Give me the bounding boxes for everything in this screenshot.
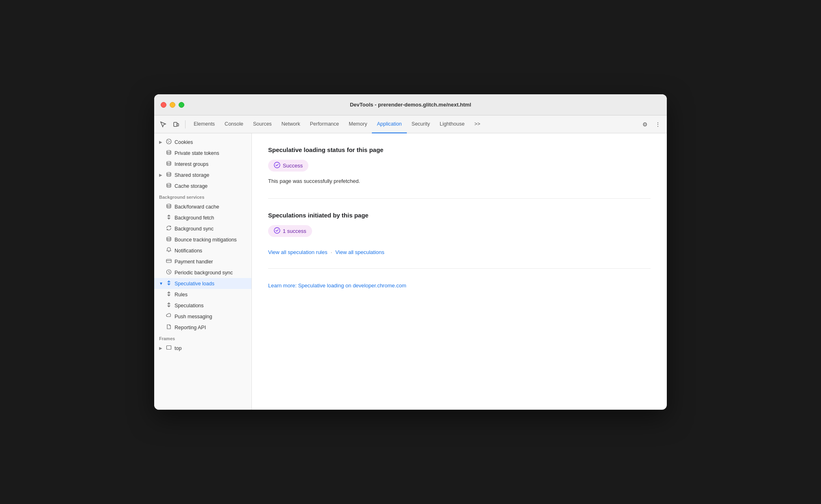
bg-services-section-label: Background services [154,191,251,201]
sidebar-item-payment-handler[interactable]: Payment handler [154,256,251,267]
arrow-icon: ▶ [159,346,163,350]
section1-text: This page was successfully prefetched. [268,177,651,185]
success-icon [274,162,280,169]
sidebar-item-label: Periodic background sync [175,270,233,276]
sidebar-item-speculative-loads[interactable]: ▼ Speculative loads [154,278,251,289]
sidebar-item-label: Notifications [175,248,202,254]
sidebar-item-rules[interactable]: Rules [154,289,251,300]
db-icon [166,161,172,167]
sidebar-item-cookies[interactable]: ▶ Cookies [154,137,251,148]
speculations-initiated-section: Speculations initiated by this page 1 su… [268,212,651,269]
sidebar-item-label: Payment handler [175,259,213,265]
card-icon [166,258,172,265]
sidebar-item-label: Reporting API [175,325,206,330]
success-count-label: 1 success [283,228,306,234]
sidebar-item-interest-groups[interactable]: Interest groups [154,159,251,169]
svg-rect-15 [167,346,171,350]
arrow-icon: ▶ [159,173,163,177]
sidebar-item-reporting-api[interactable]: Reporting API [154,322,251,333]
svg-point-2 [166,139,171,144]
sidebar-item-label: Rules [175,292,188,298]
svg-point-3 [168,140,168,141]
tab-console[interactable]: Console [220,115,248,133]
svg-point-10 [167,204,171,206]
section2-title: Speculations initiated by this page [268,212,651,219]
device-icon[interactable] [170,119,182,130]
tab-application[interactable]: Application [372,115,406,133]
success-count-badge: 1 success [268,225,312,237]
sidebar-item-push-messaging[interactable]: Push messaging [154,311,251,322]
sidebar-item-background-sync[interactable]: Background sync [154,223,251,234]
sidebar-item-cache-storage[interactable]: Cache storage [154,180,251,191]
sidebar-item-label: Background sync [175,226,214,232]
sidebar-item-label: Speculative loads [175,281,214,287]
sidebar-item-background-fetch[interactable]: Background fetch [154,212,251,223]
badge-label: Success [283,163,303,169]
db-icon [166,182,172,189]
svg-rect-12 [166,259,171,263]
db-icon [166,236,172,243]
db-icon [166,203,172,210]
arrow-icon: ▶ [159,140,163,144]
close-button[interactable] [161,102,166,108]
sidebar-item-periodic-bg-sync[interactable]: Periodic background sync [154,267,251,278]
svg-point-9 [167,183,171,185]
svg-rect-1 [177,124,179,126]
section1-title: Speculative loading status for this page [268,146,651,153]
sidebar-item-label: Cache storage [175,183,207,189]
learn-more-link[interactable]: Learn more: Speculative loading on devel… [268,282,406,289]
settings-icon[interactable]: ⚙ [639,119,651,130]
minimize-button[interactable] [170,102,175,108]
sidebar-item-notifications[interactable]: Notifications [154,245,251,256]
view-all-speculation-rules-link[interactable]: View all speculation rules [268,249,328,255]
sidebar-item-label: Cookies [175,139,193,145]
svg-point-6 [167,150,171,152]
svg-point-8 [167,172,171,174]
svg-point-17 [274,228,280,233]
sidebar-item-top-frame[interactable]: ▶ top [154,343,251,354]
tab-elements[interactable]: Elements [189,115,220,133]
sidebar-item-speculations[interactable]: Speculations [154,300,251,311]
tab-security[interactable]: Security [407,115,435,133]
svg-point-7 [167,161,171,163]
cloud-icon [166,313,172,320]
main-layout: ▶ Cookies Private state tokens [154,133,667,410]
svg-point-5 [168,142,169,143]
links-row: View all speculation rules · View all sp… [268,249,651,255]
inspect-icon[interactable] [157,119,169,130]
sidebar-item-label: Speculations [175,303,204,308]
tab-memory[interactable]: Memory [344,115,372,133]
tab-lighthouse[interactable]: Lighthouse [435,115,469,133]
tab-sources[interactable]: Sources [248,115,277,133]
sidebar-item-shared-storage[interactable]: ▶ Shared storage [154,169,251,180]
traffic-lights [161,102,184,108]
sidebar-item-backforward-cache[interactable]: Back/forward cache [154,201,251,212]
frames-section-label: Frames [154,333,251,343]
toolbar: Elements Console Sources Network Perform… [154,115,667,133]
speculative-loads-icon [166,280,172,287]
svg-rect-0 [174,122,177,126]
tab-performance[interactable]: Performance [305,115,344,133]
svg-point-11 [167,237,171,239]
svg-point-16 [274,162,280,168]
file-icon [166,324,172,331]
sidebar-item-label: Shared storage [175,172,209,178]
more-options-icon[interactable]: ⋮ [652,119,664,130]
sidebar-item-label: Back/forward cache [175,204,219,210]
success-count-icon [274,227,280,235]
sidebar-item-label: Interest groups [175,161,208,167]
view-all-speculations-link[interactable]: View all speculations [335,249,384,255]
content-area: Speculative loading status for this page… [252,133,667,410]
expanded-arrow-icon: ▼ [159,281,163,286]
sidebar-item-label: Private state tokens [175,150,219,156]
tab-network[interactable]: Network [277,115,305,133]
sidebar-item-private-state-tokens[interactable]: Private state tokens [154,148,251,159]
window-title: DevTools - prerender-demos.glitch.me/nex… [350,102,471,108]
sync-icon [166,225,172,232]
more-tabs-button[interactable]: >> [469,115,485,133]
learn-more-section: Learn more: Speculative loading on devel… [268,282,651,302]
success-badge: Success [268,160,308,172]
frame-icon [166,345,172,352]
maximize-button[interactable] [179,102,184,108]
sidebar-item-bounce-tracking[interactable]: Bounce tracking mitigations [154,234,251,245]
